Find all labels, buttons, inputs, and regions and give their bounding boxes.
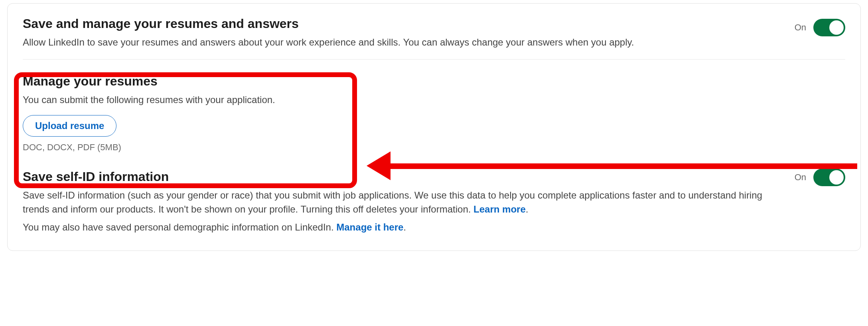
upload-resume-button[interactable]: Upload resume	[23, 115, 116, 137]
save-resumes-toggle[interactable]	[813, 19, 845, 36]
manage-it-here-link[interactable]: Manage it here	[336, 222, 403, 233]
period: .	[526, 204, 529, 215]
section-title: Save self-ID information	[23, 169, 845, 185]
learn-more-link[interactable]: Learn more	[473, 204, 526, 215]
toggle-knob	[829, 170, 844, 185]
section-description: Allow LinkedIn to save your resumes and …	[23, 36, 845, 49]
section-manage-resumes: Manage your resumes You can submit the f…	[8, 60, 860, 167]
section-self-id: Save self-ID information On Save self-ID…	[8, 166, 860, 250]
period: .	[403, 222, 406, 233]
section-description: Save self-ID information (such as your g…	[23, 189, 769, 217]
section-save-resumes-answers: Save and manage your resumes and answers…	[8, 4, 860, 59]
toggle-group: On	[795, 19, 845, 36]
desc-text: Save self-ID information (such as your g…	[23, 190, 762, 215]
toggle-knob	[829, 20, 844, 35]
secondary-description: You may also have saved personal demogra…	[23, 221, 845, 235]
section-title: Manage your resumes	[23, 73, 845, 89]
section-description: You can submit the following resumes wit…	[23, 93, 845, 107]
file-format-hint: DOC, DOCX, PDF (5MB)	[23, 142, 845, 153]
toggle-group: On	[795, 169, 845, 186]
settings-card: Save and manage your resumes and answers…	[7, 3, 861, 251]
toggle-state-label: On	[795, 22, 806, 33]
desc-text: You may also have saved personal demogra…	[23, 222, 336, 233]
self-id-toggle[interactable]	[813, 169, 845, 186]
section-title: Save and manage your resumes and answers	[23, 16, 845, 32]
toggle-state-label: On	[795, 172, 806, 183]
